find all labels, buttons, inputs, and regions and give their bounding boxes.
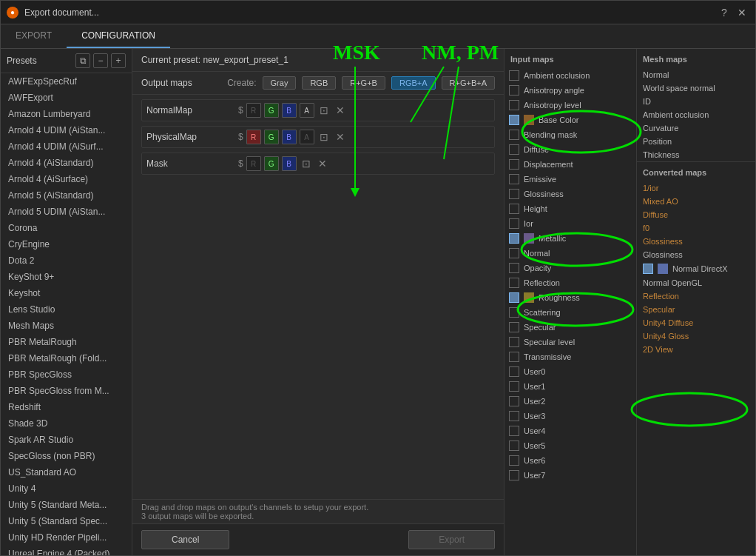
converted-map-checkbox[interactable] [643, 264, 653, 274]
converted-map-item[interactable]: Unity4 Gloss [637, 329, 755, 343]
input-map-item[interactable]: Blending mask [504, 127, 636, 142]
input-map-checkbox[interactable] [509, 441, 519, 451]
input-map-checkbox[interactable] [509, 248, 519, 258]
sidebar-item[interactable]: Lens Studio [1, 301, 132, 318]
normalmap-a[interactable]: A [300, 103, 314, 118]
converted-map-item[interactable]: Glossiness [637, 248, 755, 261]
create-gray-button[interactable]: Gray [263, 76, 297, 90]
input-map-checkbox[interactable] [509, 233, 519, 244]
input-map-item[interactable]: User0 [504, 364, 636, 379]
add-preset-button[interactable]: + [111, 53, 126, 68]
input-map-checkbox[interactable] [509, 455, 519, 466]
input-map-checkbox[interactable] [509, 100, 519, 110]
sidebar-item[interactable]: Unity 5 (Standard Spec... [1, 513, 132, 529]
mesh-map-item[interactable]: Ambient occlusion [637, 108, 755, 121]
input-map-checkbox[interactable] [509, 352, 519, 362]
sidebar-item[interactable]: Arnold 5 UDIM (AiStan... [1, 204, 132, 220]
input-map-checkbox[interactable] [509, 204, 519, 214]
converted-map-item[interactable]: Diffuse [637, 208, 755, 221]
normalmap-settings-icon[interactable]: ⊡ [317, 104, 331, 116]
input-map-checkbox[interactable] [509, 381, 519, 392]
input-map-item[interactable]: Ior [504, 216, 636, 231]
physicalmap-a[interactable]: A [300, 130, 314, 144]
sidebar-item[interactable]: SpecGloss (non PBR) [1, 448, 132, 464]
input-map-checkbox[interactable] [509, 263, 519, 273]
input-map-checkbox[interactable] [509, 307, 519, 318]
input-map-checkbox[interactable] [509, 70, 519, 81]
input-map-checkbox[interactable] [509, 366, 519, 377]
remove-preset-button[interactable]: − [93, 53, 108, 68]
input-map-item[interactable]: Glossiness [504, 187, 636, 201]
converted-map-item[interactable]: 1/ior [637, 181, 755, 195]
input-map-item[interactable]: Roughness [504, 290, 636, 305]
sidebar-item[interactable]: Spark AR Studio [1, 432, 132, 448]
input-map-checkbox[interactable] [509, 322, 519, 332]
sidebar-item[interactable]: AWFExport [1, 90, 132, 106]
sidebar-item[interactable]: PBR SpecGloss [1, 366, 132, 383]
normalmap-g[interactable]: G [264, 103, 279, 118]
input-map-item[interactable]: User7 [504, 468, 636, 483]
input-map-checkbox[interactable] [509, 396, 519, 406]
input-map-checkbox[interactable] [509, 278, 519, 288]
normalmap-close-icon[interactable]: ✕ [334, 104, 347, 116]
input-map-item[interactable]: Emissive [504, 172, 636, 187]
copy-preset-button[interactable]: ⧉ [75, 53, 90, 68]
input-map-item[interactable]: User2 [504, 394, 636, 409]
export-button[interactable]: Export [408, 530, 495, 549]
sidebar-item[interactable]: PBR MetalRough [1, 334, 132, 350]
mesh-map-item[interactable]: World space normal [637, 81, 755, 95]
sidebar-item[interactable]: Arnold 4 UDIM (AiStan... [1, 122, 132, 138]
input-map-checkbox[interactable] [509, 292, 519, 303]
input-map-item[interactable]: Displacement [504, 157, 636, 172]
input-map-checkbox[interactable] [509, 189, 519, 199]
sidebar-item[interactable]: AWFExpSpecRuf [1, 73, 132, 90]
mesh-map-item[interactable]: Curvature [637, 121, 755, 135]
input-map-item[interactable]: Ambient occlusion [504, 68, 636, 83]
input-map-item[interactable]: Base Color [504, 113, 636, 127]
sidebar-item[interactable]: Corona [1, 220, 132, 236]
physicalmap-r[interactable]: R [246, 130, 261, 144]
input-map-checkbox[interactable] [509, 144, 519, 155]
sidebar-item[interactable]: Keyshot [1, 285, 132, 301]
input-map-item[interactable]: Reflection [504, 275, 636, 290]
input-map-item[interactable]: User1 [504, 379, 636, 394]
input-map-item[interactable]: Transmissive [504, 349, 636, 364]
input-map-item[interactable]: User6 [504, 453, 636, 468]
converted-map-item[interactable]: Unity4 Diffuse [637, 316, 755, 329]
input-map-checkbox[interactable] [509, 218, 519, 229]
converted-map-item[interactable]: f0 [637, 221, 755, 235]
physicalmap-b[interactable]: B [282, 130, 297, 144]
input-map-item[interactable]: User3 [504, 409, 636, 423]
converted-map-item[interactable]: 2D View [637, 343, 755, 356]
sidebar-item[interactable]: Unreal Engine 4 (Packed) [1, 546, 132, 555]
sidebar-item[interactable]: CryEngine [1, 236, 132, 252]
sidebar-item[interactable]: Dota 2 [1, 252, 132, 269]
sidebar-item[interactable]: Redshift [1, 399, 132, 415]
sidebar-item[interactable]: Arnold 5 (AiStandard) [1, 187, 132, 204]
sidebar-item[interactable]: Mesh Maps [1, 318, 132, 334]
mask-g[interactable]: G [264, 156, 279, 171]
input-map-checkbox[interactable] [509, 174, 519, 184]
input-map-checkbox[interactable] [509, 115, 519, 125]
input-map-checkbox[interactable] [509, 470, 519, 480]
mask-close-icon[interactable]: ✕ [316, 158, 329, 170]
input-map-checkbox[interactable] [509, 159, 519, 170]
mask-b[interactable]: B [282, 156, 297, 171]
sidebar-item[interactable]: Arnold 4 UDIM (AiSurf... [1, 138, 132, 155]
create-rgba-button[interactable]: RGB+A [391, 76, 436, 90]
physicalmap-g[interactable]: G [264, 130, 279, 144]
input-map-item[interactable]: Normal [504, 246, 636, 261]
create-rgba2-button[interactable]: R+G+B+A [442, 76, 495, 90]
sidebar-item[interactable]: Shade 3D [1, 415, 132, 432]
mesh-map-item[interactable]: ID [637, 95, 755, 108]
create-rgb-button[interactable]: RGB [302, 76, 336, 90]
input-map-item[interactable]: Specular level [504, 335, 636, 349]
mask-settings-icon[interactable]: ⊡ [300, 158, 313, 170]
normalmap-b[interactable]: B [282, 103, 297, 118]
create-rgb-button2[interactable]: R+G+B [342, 76, 385, 90]
mesh-map-item[interactable]: Thickness [637, 148, 755, 161]
input-map-item[interactable]: Anisotropy level [504, 98, 636, 113]
converted-map-item[interactable]: Specular [637, 303, 755, 316]
sidebar-item[interactable]: Arnold 4 (AiStandard) [1, 155, 132, 171]
input-map-item[interactable]: Scattering [504, 305, 636, 320]
